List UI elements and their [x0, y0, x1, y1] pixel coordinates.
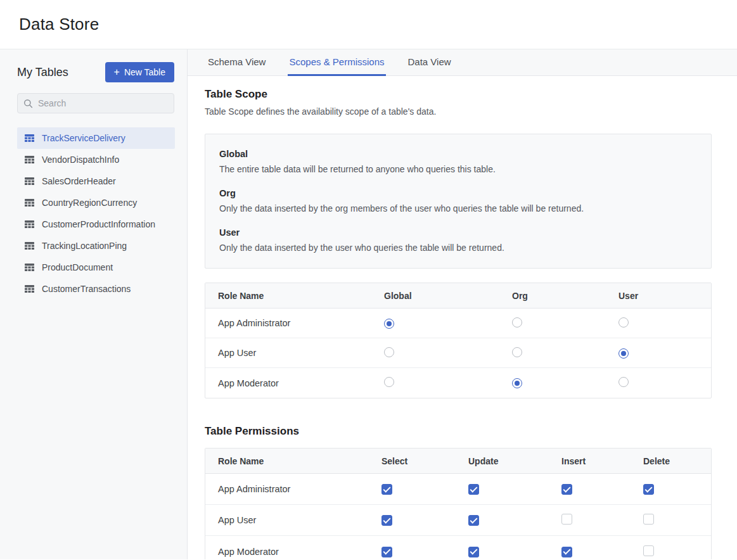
- table-icon: [25, 242, 34, 250]
- radio-admin-org[interactable]: [512, 317, 522, 328]
- content-area: Table Scope Table Scope defines the avai…: [188, 76, 737, 559]
- new-table-button-label: New Table: [124, 67, 165, 77]
- table-icon: [25, 285, 34, 293]
- checkbox-admin-select[interactable]: [381, 484, 392, 495]
- column-header: Role Name: [205, 291, 371, 301]
- scope-definition-global: Global The entire table data will be ret…: [219, 149, 697, 174]
- radio-moderator-org[interactable]: [512, 378, 522, 388]
- column-header: Org: [499, 291, 606, 301]
- column-header: Select: [369, 456, 456, 466]
- table-icon: [25, 177, 34, 186]
- sidebar-item-salesorderheader[interactable]: SalesOrderHeader: [17, 170, 175, 192]
- sidebar: My Tables + New Table TrackServiceDelive…: [0, 49, 188, 559]
- role-name: App Administrator: [205, 484, 369, 494]
- scope-name: Global: [219, 149, 697, 159]
- tab-data-view[interactable]: Data View: [407, 49, 452, 76]
- scope-text: Only the data inserted by the user who q…: [219, 243, 697, 253]
- plus-icon: +: [114, 68, 120, 77]
- column-header: Global: [371, 291, 499, 301]
- scope-name: Org: [219, 188, 697, 198]
- role-name: App Moderator: [205, 547, 369, 557]
- sidebar-item-trackservicedelivery[interactable]: TrackServiceDelivery: [17, 127, 175, 149]
- role-name: App Administrator: [205, 318, 371, 328]
- checkbox-user-insert[interactable]: [561, 514, 572, 525]
- role-name: App Moderator: [205, 378, 371, 388]
- sidebar-item-trackinglocationping[interactable]: TrackingLocationPing: [17, 235, 175, 257]
- checkbox-moderator-delete[interactable]: [643, 545, 654, 556]
- tab-scopes-permissions[interactable]: Scopes & Permissions: [288, 49, 385, 76]
- table-icon: [25, 220, 34, 229]
- table-row: App Moderator: [205, 368, 711, 398]
- table-row: App User: [205, 505, 711, 536]
- sidebar-item-customerproductinformation[interactable]: CustomerProductInformation: [17, 213, 175, 235]
- column-header: Update: [456, 456, 549, 466]
- table-icon: [25, 134, 34, 143]
- main-panel: Schema View Scopes & Permissions Data Vi…: [188, 49, 737, 559]
- table-row: App Moderator: [205, 536, 711, 559]
- table-item-label: ProductDocument: [42, 262, 113, 272]
- sidebar-item-countryregioncurrency[interactable]: CountryRegionCurrency: [17, 192, 175, 213]
- table-item-label: TrackingLocationPing: [42, 241, 127, 251]
- radio-admin-global[interactable]: [384, 319, 394, 329]
- scope-text: The entire table data will be returned t…: [219, 164, 697, 174]
- checkbox-moderator-update[interactable]: [468, 547, 479, 557]
- table-icon: [25, 264, 34, 272]
- table-permissions-title: Table Permissions: [205, 425, 712, 438]
- search-input[interactable]: [38, 98, 168, 108]
- sidebar-heading: My Tables: [17, 66, 68, 79]
- scope-role-table: Role Name Global Org User App Administra…: [205, 283, 712, 398]
- checkbox-admin-insert[interactable]: [561, 484, 572, 495]
- table-scope-description: Table Scope defines the availability sco…: [205, 106, 712, 117]
- scope-definition-org: Org Only the data inserted by the org me…: [219, 188, 697, 213]
- table-item-label: CountryRegionCurrency: [42, 198, 137, 208]
- column-header: Role Name: [205, 456, 369, 466]
- radio-user-org[interactable]: [512, 347, 522, 357]
- radio-moderator-global[interactable]: [384, 377, 394, 387]
- app-header: Data Store: [0, 0, 737, 49]
- table-icon: [25, 199, 34, 207]
- column-header: Delete: [631, 456, 712, 466]
- new-table-button[interactable]: + New Table: [105, 62, 174, 82]
- sidebar-item-vendordispatchinfo[interactable]: VendorDispatchInfo: [17, 149, 175, 170]
- scope-text: Only the data inserted by the org member…: [219, 203, 697, 213]
- radio-user-global[interactable]: [384, 347, 394, 357]
- checkbox-moderator-select[interactable]: [381, 547, 392, 557]
- radio-moderator-user[interactable]: [618, 377, 629, 387]
- tab-bar: Schema View Scopes & Permissions Data Vi…: [188, 49, 737, 76]
- checkbox-admin-update[interactable]: [468, 484, 479, 495]
- permissions-table-header: Role Name Select Update Insert Delete: [205, 449, 711, 474]
- checkbox-user-select[interactable]: [381, 515, 392, 526]
- column-header: Insert: [549, 456, 631, 466]
- tab-schema-view[interactable]: Schema View: [207, 49, 267, 76]
- role-name: App User: [205, 348, 371, 358]
- search-box[interactable]: [17, 93, 174, 113]
- radio-user-user[interactable]: [618, 348, 629, 359]
- checkbox-user-delete[interactable]: [643, 514, 654, 525]
- role-name: App User: [205, 515, 369, 525]
- table-list: TrackServiceDelivery VendorDispatchInfo …: [17, 127, 175, 300]
- sidebar-item-customertransactions[interactable]: CustomerTransactions: [17, 278, 175, 300]
- table-row: App Administrator: [205, 474, 711, 505]
- search-icon: [23, 99, 33, 108]
- table-row: App User: [205, 338, 711, 368]
- table-item-label: CustomerProductInformation: [42, 219, 155, 229]
- table-scope-title: Table Scope: [205, 88, 712, 101]
- table-item-label: SalesOrderHeader: [42, 176, 116, 186]
- scope-definitions-box: Global The entire table data will be ret…: [205, 134, 712, 269]
- table-item-label: TrackServiceDelivery: [42, 133, 125, 143]
- radio-admin-user[interactable]: [618, 317, 629, 328]
- page-title: Data Store: [19, 15, 99, 34]
- checkbox-moderator-insert[interactable]: [561, 547, 572, 557]
- scope-definition-user: User Only the data inserted by the user …: [219, 227, 697, 253]
- column-header: User: [606, 291, 712, 301]
- table-item-label: CustomerTransactions: [42, 284, 131, 294]
- checkbox-admin-delete[interactable]: [643, 484, 654, 495]
- permissions-table: Role Name Select Update Insert Delete Ap…: [205, 448, 712, 559]
- table-row: App Administrator: [205, 309, 711, 338]
- table-item-label: VendorDispatchInfo: [42, 155, 119, 165]
- scope-table-header: Role Name Global Org User: [205, 283, 711, 309]
- sidebar-item-productdocument[interactable]: ProductDocument: [17, 257, 175, 278]
- checkbox-user-update[interactable]: [468, 515, 479, 526]
- scope-name: User: [219, 227, 697, 238]
- table-icon: [25, 156, 34, 164]
